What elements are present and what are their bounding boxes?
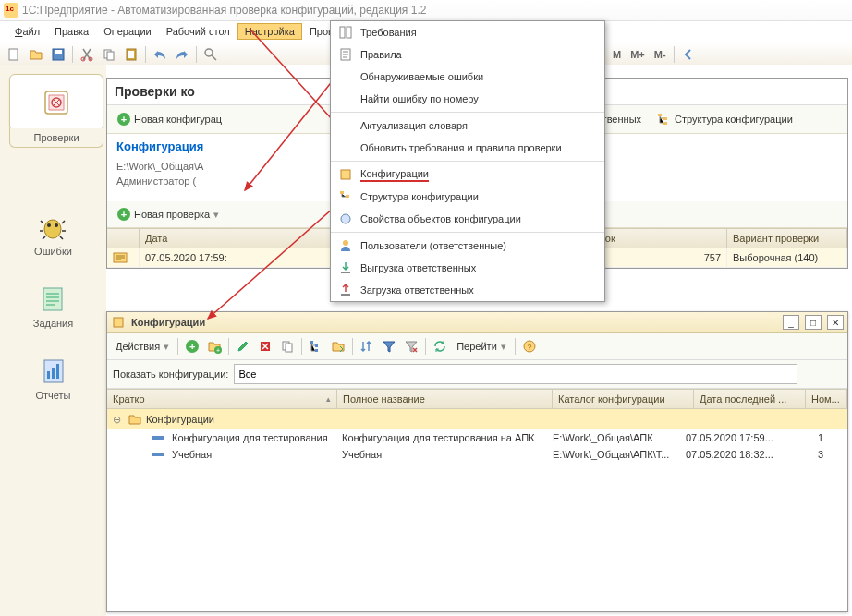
hierarchy-icon[interactable] bbox=[306, 336, 326, 356]
close-button[interactable]: ✕ bbox=[827, 315, 844, 330]
goto-button[interactable]: Перейти▾ bbox=[452, 338, 511, 356]
reports-icon bbox=[39, 356, 68, 386]
svg-text:?: ? bbox=[527, 343, 531, 352]
th-num[interactable]: Ном... bbox=[806, 390, 847, 408]
app-title: 1С:Предприятие - Автоматизированная пров… bbox=[22, 4, 426, 17]
maximize-button[interactable]: □ bbox=[805, 315, 822, 330]
th-full[interactable]: Полное название bbox=[337, 390, 553, 408]
new-icon[interactable] bbox=[4, 44, 24, 65]
svg-point-17 bbox=[44, 220, 61, 238]
dd-rules[interactable]: Правила bbox=[331, 43, 604, 66]
svg-rect-41 bbox=[114, 318, 123, 327]
move-icon[interactable] bbox=[328, 336, 348, 356]
svg-rect-46 bbox=[286, 344, 292, 352]
window-icon bbox=[111, 315, 126, 330]
sidebar-label-tasks: Задания bbox=[33, 318, 73, 329]
th-short[interactable]: Кратко▴ bbox=[107, 390, 337, 408]
sidebar-item-checks[interactable] bbox=[9, 74, 103, 131]
add-folder-icon[interactable]: + bbox=[204, 336, 225, 356]
svg-rect-39 bbox=[341, 272, 350, 273]
tree-root[interactable]: ⊖ Конфигурации bbox=[107, 409, 847, 429]
svg-rect-40 bbox=[341, 294, 350, 296]
svg-rect-29 bbox=[663, 122, 667, 125]
edit-icon[interactable] bbox=[233, 336, 253, 356]
dd-export[interactable]: Выгрузка ответственных bbox=[331, 257, 604, 279]
svg-text:+: + bbox=[216, 347, 220, 354]
svg-point-37 bbox=[341, 214, 350, 223]
svg-rect-6 bbox=[107, 52, 114, 60]
filter-input[interactable] bbox=[234, 364, 797, 384]
sidebar-item-errors[interactable]: Ошибки bbox=[34, 212, 72, 257]
menu-desk[interactable]: Рабочий стол bbox=[159, 23, 237, 40]
new-check-button[interactable]: + Новая проверка ▾ bbox=[113, 205, 224, 223]
mem-mm[interactable]: M- bbox=[651, 49, 670, 60]
dd-dictionary[interactable]: Актуализация словаря bbox=[331, 115, 604, 137]
refresh-icon[interactable] bbox=[430, 336, 450, 356]
cut-icon[interactable] bbox=[77, 44, 97, 65]
dd-import[interactable]: Загрузка ответственных bbox=[331, 279, 604, 301]
help-icon[interactable]: ? bbox=[519, 336, 540, 356]
menu-ops[interactable]: Операции bbox=[96, 23, 158, 40]
dd-find-error[interactable]: Найти ошибку по номеру bbox=[331, 88, 604, 110]
filter-label: Показать конфигурации: bbox=[113, 368, 228, 380]
mem-m[interactable]: M bbox=[609, 49, 625, 60]
structure-button[interactable]: Структура конфигурации bbox=[651, 109, 797, 129]
checks-icon bbox=[42, 88, 71, 117]
dd-props[interactable]: Свойства объектов конфигурации bbox=[331, 208, 604, 230]
sort-icon[interactable] bbox=[357, 336, 377, 356]
svg-rect-22 bbox=[47, 371, 50, 379]
dd-requirements[interactable]: Требования bbox=[331, 21, 604, 43]
paste-icon[interactable] bbox=[121, 44, 141, 65]
bug-icon bbox=[38, 212, 67, 242]
item-icon bbox=[152, 451, 164, 458]
svg-rect-48 bbox=[315, 344, 318, 347]
add-icon[interactable]: + bbox=[182, 336, 202, 356]
config-table-header: Кратко▴ Полное название Каталог конфигур… bbox=[107, 389, 847, 409]
clear-filter-icon[interactable] bbox=[401, 336, 421, 356]
svg-rect-27 bbox=[658, 114, 662, 116]
plus-icon: + bbox=[117, 113, 130, 126]
save-icon[interactable] bbox=[48, 44, 68, 65]
actions-button[interactable]: Действия▾ bbox=[111, 338, 174, 356]
sidebar-label-reports: Отчеты bbox=[35, 390, 70, 401]
svg-point-9 bbox=[205, 49, 213, 56]
svg-rect-35 bbox=[340, 191, 344, 194]
mem-mp[interactable]: M+ bbox=[627, 49, 649, 60]
back-icon[interactable] bbox=[678, 44, 699, 65]
delete-icon[interactable] bbox=[255, 336, 275, 356]
redo-icon[interactable] bbox=[172, 44, 192, 65]
table-row[interactable]: Конфигурация для тестирования Конфигурац… bbox=[107, 429, 847, 446]
sidebar-item-tasks[interactable]: Задания bbox=[33, 284, 73, 329]
dd-users[interactable]: Пользователи (ответственные) bbox=[331, 235, 604, 257]
th-catalog[interactable]: Каталог конфигурации bbox=[553, 390, 694, 408]
find-icon[interactable] bbox=[201, 44, 221, 65]
copy-icon[interactable] bbox=[99, 44, 119, 65]
folder-open-icon bbox=[128, 412, 142, 427]
minimize-button[interactable]: _ bbox=[783, 315, 799, 330]
svg-rect-0 bbox=[9, 49, 18, 60]
svg-point-19 bbox=[55, 223, 58, 227]
sidebar: Проверки Ошибки Задания Отчеты bbox=[0, 65, 106, 616]
dd-configs[interactable]: Конфигурации bbox=[331, 163, 604, 186]
table-row[interactable]: Учебная Учебная E:\Work\_Общая\АПК\Т... … bbox=[107, 446, 847, 463]
filter-icon[interactable] bbox=[379, 336, 399, 356]
svg-rect-52 bbox=[152, 436, 164, 440]
dd-errors[interactable]: Обнаруживаемые ошибки bbox=[331, 66, 604, 88]
th-date[interactable]: Дата последней ... bbox=[694, 390, 806, 408]
sidebar-item-reports[interactable]: Отчеты bbox=[35, 356, 70, 401]
menu-edit[interactable]: Правка bbox=[47, 23, 96, 40]
menu-file[interactable]: Файл bbox=[7, 23, 47, 40]
open-icon[interactable] bbox=[26, 44, 46, 65]
svg-rect-53 bbox=[152, 453, 164, 456]
sidebar-label-checks: Проверки bbox=[9, 128, 103, 148]
th-variant[interactable]: Вариант проверки bbox=[727, 229, 847, 248]
dd-update[interactable]: Обновить требования и правила проверки bbox=[331, 137, 604, 159]
copy2-icon[interactable] bbox=[277, 336, 298, 356]
undo-icon[interactable] bbox=[150, 44, 170, 65]
window-title: Конфигурации bbox=[131, 317, 777, 328]
dd-structure[interactable]: Структура конфигурации bbox=[331, 186, 604, 208]
menu-settings[interactable]: Настройка bbox=[237, 23, 302, 40]
svg-rect-49 bbox=[315, 349, 318, 352]
settings-dropdown: Требования Правила Обнаруживаемые ошибки… bbox=[330, 20, 605, 302]
new-config-button[interactable]: + Новая конфигурац bbox=[113, 110, 226, 128]
